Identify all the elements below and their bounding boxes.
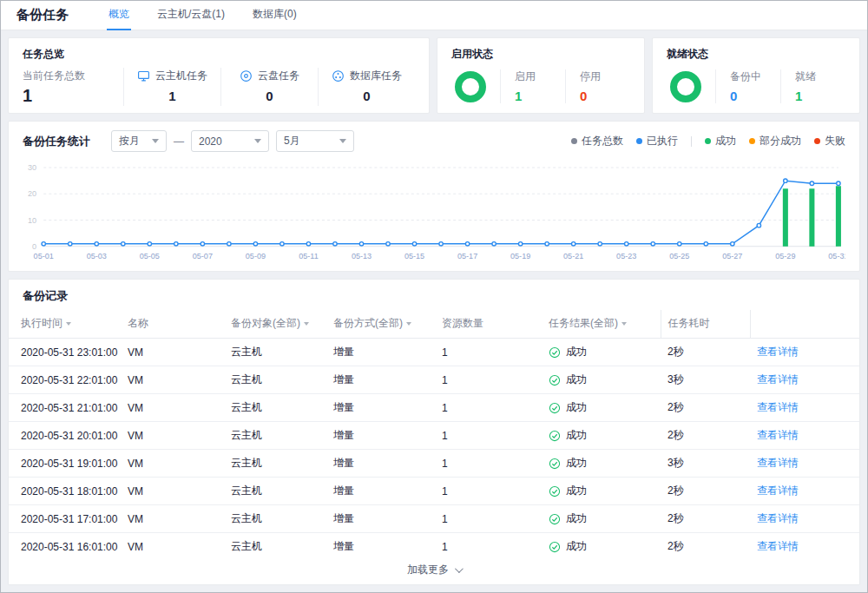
legend-item[interactable]: 任务总数 (571, 134, 623, 148)
legend-item[interactable]: 失败 (814, 134, 845, 148)
table-row: 2020-05-31 19:01:00VM云主机增量1成功3秒查看详情 (9, 450, 859, 478)
legend-dot (705, 138, 711, 144)
column-header[interactable]: 备份对象(全部) (224, 310, 326, 339)
svg-text:05-15: 05-15 (404, 252, 424, 260)
year-select[interactable]: 2020 (191, 130, 269, 152)
view-details-link[interactable]: 查看详情 (757, 484, 799, 497)
svg-text:05-29: 05-29 (775, 252, 795, 260)
view-details-link[interactable]: 查看详情 (757, 457, 799, 469)
cell-backup-method: 增量 (326, 450, 435, 478)
overview-item-value: 1 (124, 89, 220, 103)
column-header-label: 任务耗时 (668, 317, 710, 329)
cell-duration: 2秒 (661, 533, 750, 557)
view-details-link[interactable]: 查看详情 (757, 401, 799, 413)
cell-task-result: 成功 (549, 456, 654, 471)
cell-resource-count: 1 (435, 339, 542, 366)
filter-separator: — (174, 135, 184, 148)
chevron-down-icon (406, 322, 411, 326)
overview-item-label: 云盘任务 (258, 69, 299, 83)
month-select-value: 5月 (284, 134, 300, 148)
view-details-link[interactable]: 查看详情 (757, 373, 799, 385)
chevron-down-icon (339, 139, 346, 143)
cell-backup-method: 增量 (326, 394, 435, 422)
status-card-title: 启用状态 (451, 47, 630, 62)
success-icon (549, 374, 561, 386)
svg-text:0: 0 (32, 242, 36, 251)
overview-item-disk-tasks: 云盘任务0 (220, 68, 318, 106)
column-header: 任务耗时 (661, 310, 750, 339)
month-select[interactable]: 5月 (276, 130, 354, 152)
stat-label: 启用 (515, 69, 565, 84)
stat-value: 1 (515, 89, 565, 103)
tab-host-disk[interactable]: 云主机/云盘(1) (155, 1, 227, 30)
column-header[interactable]: 执行时间 (9, 310, 121, 339)
column-header[interactable]: 备份方式(全部) (326, 310, 435, 339)
overview-item-label: 数据库任务 (350, 69, 402, 83)
cell-name: VM (121, 366, 224, 394)
status-donut (670, 71, 701, 102)
cell-backup-method: 增量 (326, 505, 435, 533)
view-details-link[interactable]: 查看详情 (757, 429, 799, 441)
cell-name: VM (121, 450, 224, 478)
legend-item[interactable]: 已执行 (636, 134, 678, 148)
cell-exec-time: 2020-05-31 20:01:00 (9, 422, 121, 450)
column-header-label: 名称 (128, 317, 148, 329)
cell-resource-count: 1 (435, 394, 542, 422)
chevron-down-icon (304, 322, 309, 326)
cell-task-result: 成功 (549, 539, 654, 554)
cell-resource-count: 1 (435, 478, 542, 505)
legend-dot (749, 138, 755, 144)
column-header (750, 310, 859, 339)
legend-item[interactable]: 部分成功 (749, 134, 801, 148)
cell-exec-time: 2020-05-31 21:01:00 (9, 394, 121, 422)
status-stat: 启用1 (500, 69, 565, 103)
overview-item-value: 0 (319, 89, 415, 103)
cell-duration: 3秒 (661, 366, 750, 394)
cell-name: VM (121, 505, 224, 533)
cell-resource-count: 1 (435, 366, 542, 394)
top-bar: 备份任务 概览云主机/云盘(1)数据库(0) (1, 1, 867, 30)
view-details-link[interactable]: 查看详情 (757, 512, 799, 524)
overview-card-title: 任务总览 (23, 47, 415, 62)
svg-text:05-11: 05-11 (299, 252, 319, 260)
disk-icon (240, 69, 253, 82)
cell-resource-count: 1 (435, 450, 542, 478)
cell-backup-object: 云主机 (224, 339, 326, 366)
legend-label: 任务总数 (582, 134, 623, 148)
chevron-down-icon (152, 139, 159, 143)
period-select[interactable]: 按月 (111, 130, 167, 152)
task-overview-card: 任务总览 当前任务总数 1 云主机任务1云盘任务0数据库任务0 (8, 37, 430, 114)
tab-overview[interactable]: 概览 (107, 1, 131, 30)
status-card-title: 就绪状态 (667, 47, 845, 62)
result-label: 成功 (566, 345, 587, 359)
chart-filters: 按月—20205月 (111, 130, 354, 152)
legend-item[interactable]: 成功 (705, 134, 736, 148)
page-title: 备份任务 (16, 7, 69, 23)
cell-backup-method: 增量 (326, 422, 435, 450)
records-header-row: 执行时间名称备份对象(全部)备份方式(全部)资源数量任务结果(全部)任务耗时 (9, 310, 859, 339)
load-more-button[interactable]: 加载更多 (9, 557, 859, 584)
svg-text:05-01: 05-01 (34, 252, 54, 260)
result-label: 成功 (566, 428, 587, 443)
status-stat: 停用0 (565, 69, 630, 103)
chevron-down-icon (254, 139, 261, 143)
legend-dot (636, 138, 642, 144)
svg-text:20: 20 (28, 189, 36, 198)
table-row: 2020-05-31 22:01:00VM云主机增量1成功3秒查看详情 (9, 366, 859, 394)
legend-label: 部分成功 (760, 134, 801, 148)
result-label: 成功 (566, 400, 587, 415)
result-label: 成功 (566, 539, 587, 554)
cell-resource-count: 1 (435, 422, 542, 450)
column-header-label: 备份对象(全部) (231, 317, 300, 329)
legend-dot (814, 138, 820, 144)
chart-legend: 任务总数已执行成功部分成功失败 (571, 134, 845, 148)
tab-database[interactable]: 数据库(0) (251, 1, 299, 30)
view-details-link[interactable]: 查看详情 (757, 346, 799, 358)
cell-duration: 3秒 (661, 450, 750, 478)
success-icon (549, 513, 561, 525)
view-details-link[interactable]: 查看详情 (757, 540, 799, 552)
column-header[interactable]: 任务结果(全部) (542, 310, 661, 339)
cell-task-result: 成功 (549, 345, 654, 359)
chart-header: 备份任务统计 按月—20205月 任务总数已执行成功部分成功失败 (23, 130, 845, 152)
chevron-down-icon (66, 322, 71, 326)
